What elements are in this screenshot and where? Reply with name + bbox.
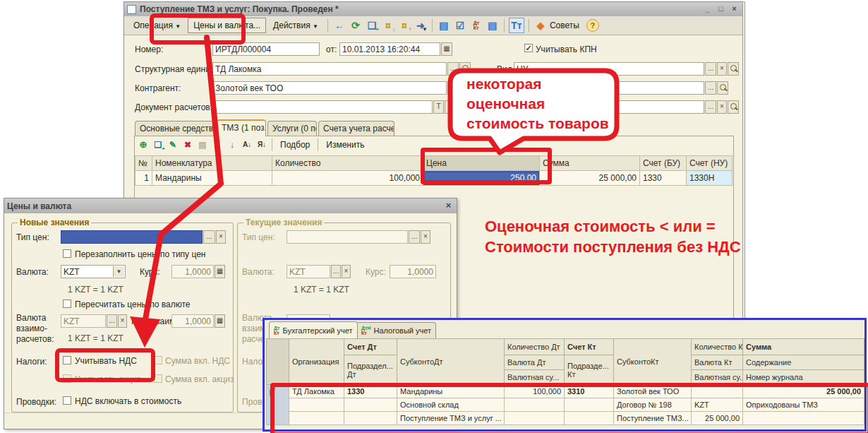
operation-menu[interactable]: Операция ▼ <box>128 18 186 32</box>
main-window-titlebar[interactable]: Поступление ТМЗ и услуг: Покупка. Провед… <box>124 2 742 16</box>
posting-row-icon[interactable]: ДтКт <box>267 385 289 425</box>
nu-kind-field[interactable]: НУ <box>514 62 704 76</box>
copy-document-icon[interactable]: ❏+ <box>365 18 379 32</box>
tips-button[interactable]: Советы <box>550 18 584 32</box>
tab-fixed-assets[interactable]: Основные средства (0 поз.) <box>135 121 215 136</box>
date-field[interactable]: 10.01.2013 16:20:44 <box>339 42 440 56</box>
cell-debit-department[interactable] <box>344 398 397 412</box>
cell-journal[interactable] <box>743 412 864 425</box>
col-item[interactable]: Номенклатура <box>152 156 272 171</box>
search-icon[interactable] <box>728 62 739 76</box>
cell-credit-subconto2[interactable]: Договор № 198 <box>614 398 692 412</box>
delete-row-icon[interactable]: ✖ <box>181 138 195 152</box>
vat-in-cost-checkbox[interactable] <box>63 396 71 405</box>
cell-credit-subconto1[interactable]: Золотой век ТОО <box>614 385 692 398</box>
cell-credit-qty1[interactable] <box>692 385 743 398</box>
list-settings-icon[interactable]: ▤ <box>437 18 451 32</box>
sort-desc-icon[interactable]: Я↓ <box>255 138 269 152</box>
cell-org2[interactable] <box>289 398 344 412</box>
cell-debit-cur-sum[interactable] <box>505 412 565 425</box>
cell-price-selected[interactable]: 250,00 <box>423 171 540 186</box>
settlement-doc-field[interactable] <box>212 100 433 114</box>
structural-unit-field[interactable]: ТД Лакомка <box>212 62 447 76</box>
cell-credit-subconto3[interactable]: Поступление ТМЗ... <box>614 412 692 425</box>
ellipsis-button[interactable]: ... <box>107 314 117 328</box>
chevron-down-icon[interactable]: ▼ <box>113 266 124 277</box>
ellipsis-button[interactable]: ... <box>705 100 716 114</box>
cell-qty[interactable]: 100,000 <box>272 171 423 186</box>
search-icon[interactable] <box>459 62 471 76</box>
kpn-checkbox[interactable]: ✓ <box>524 44 533 52</box>
dialog-close-button[interactable]: × <box>443 201 454 211</box>
ellipsis-button[interactable]: ... <box>705 81 716 95</box>
cell-credit-qty3[interactable]: 25 000,00 <box>692 412 743 425</box>
refresh-icon[interactable]: ⟳ <box>349 18 363 32</box>
cell-credit-acc3[interactable] <box>565 412 614 425</box>
cell-credit-department[interactable] <box>565 398 614 412</box>
move-up-icon[interactable]: ↑ <box>210 138 224 152</box>
minimize-button[interactable]: _ <box>702 4 713 14</box>
tab-tmz[interactable]: ТМЗ (1 поз.) <box>217 119 266 136</box>
cell-debit-qty1[interactable]: 100,000 <box>505 385 565 398</box>
move-down-icon[interactable]: ↓ <box>225 138 239 152</box>
cell-num[interactable]: 1 <box>135 171 152 186</box>
cell-debit-acc3[interactable] <box>344 412 397 425</box>
maximize-button[interactable]: □ <box>716 4 726 14</box>
clear-icon[interactable]: × <box>216 230 226 244</box>
ellipsis-button[interactable]: ... <box>705 62 716 76</box>
cell-credit-account[interactable]: 3310 <box>565 385 614 398</box>
change-button[interactable]: Изменить <box>321 138 369 152</box>
col-sum[interactable]: Сумма <box>540 156 640 171</box>
calendar-icon[interactable]: ▦ <box>441 42 452 56</box>
ellipsis-button[interactable]: ... <box>447 62 459 76</box>
cell-bu[interactable]: 1330 <box>640 171 687 186</box>
clear-icon[interactable]: × <box>445 100 455 114</box>
row4-right-field[interactable] <box>514 100 704 114</box>
close-button[interactable]: × <box>729 4 740 14</box>
refill-prices-checkbox[interactable] <box>63 249 71 258</box>
vat-checkbox[interactable] <box>63 356 71 364</box>
clear-icon[interactable]: × <box>118 314 127 328</box>
contractor-field[interactable]: Золотой век ТОО <box>212 81 447 95</box>
cell-debit-subconto2[interactable]: Основной склад <box>397 398 505 412</box>
col-num[interactable]: № <box>135 156 152 171</box>
goods-return-icon[interactable]: ¤↑ <box>397 18 411 32</box>
rate-field[interactable]: 1,0000 <box>171 265 214 278</box>
recalc-prices-checkbox[interactable] <box>63 299 71 308</box>
tab-accounts[interactable]: Счета учета расче <box>318 121 394 136</box>
go-to-icon[interactable]: ➜▼ <box>414 18 428 32</box>
type-button[interactable]: T <box>433 100 444 114</box>
col-bu[interactable]: Счет (БУ) <box>640 156 687 171</box>
tab-tax[interactable]: ДтНКт Налоговый учет <box>356 322 436 338</box>
clear-icon[interactable]: × <box>717 100 727 114</box>
calculator-icon[interactable]: ▦ <box>215 265 225 278</box>
cell-org[interactable]: ТД Лакомка <box>289 385 344 398</box>
cell-debit-subconto1[interactable]: Мандарины <box>397 385 505 398</box>
dialog-titlebar[interactable]: Цены и валюта × <box>4 198 457 213</box>
prices-currency-button[interactable]: Цены и валюта... <box>188 18 266 33</box>
edit-row-icon[interactable]: ✎ <box>166 138 180 152</box>
cell-debit-subconto3[interactable]: Поступление ТМЗ и услуг ... <box>397 412 505 425</box>
report-icon[interactable]: ▤ <box>486 18 500 32</box>
checklist-icon[interactable]: ☑ <box>453 18 467 32</box>
currency-combo[interactable]: KZT▼ <box>61 265 126 278</box>
ellipsis-button[interactable]: ... <box>203 230 215 244</box>
pick-button[interactable]: Подбор <box>275 138 315 152</box>
cell-debit-account[interactable]: 1330 <box>344 385 397 398</box>
calculator-icon[interactable]: ▦ <box>215 314 225 328</box>
col-nu[interactable]: Счет (НУ) <box>687 156 733 171</box>
cell-content[interactable]: Оприходованы ТМЗ <box>743 398 864 412</box>
dtkt-postings-icon[interactable]: ДтКт <box>469 18 483 32</box>
cell-sum1[interactable]: 25 000,00 <box>743 385 864 398</box>
goods-receipt-icon[interactable]: ¤↓ <box>381 18 395 32</box>
totals-icon[interactable]: Тт <box>509 18 524 33</box>
copy-row-icon[interactable]: ❏+ <box>151 138 165 152</box>
cell-org3[interactable] <box>289 412 344 425</box>
price-type-field[interactable] <box>61 230 203 244</box>
post-document-icon[interactable]: ← <box>332 18 346 32</box>
help-icon[interactable]: ? <box>586 19 599 32</box>
search-icon[interactable] <box>459 81 471 95</box>
mutual-rate-field[interactable]: 1,0000 <box>171 314 214 328</box>
clear-icon[interactable]: × <box>717 62 727 76</box>
tab-accounting[interactable]: ДтКт Бухгалтерский учет <box>269 321 358 338</box>
